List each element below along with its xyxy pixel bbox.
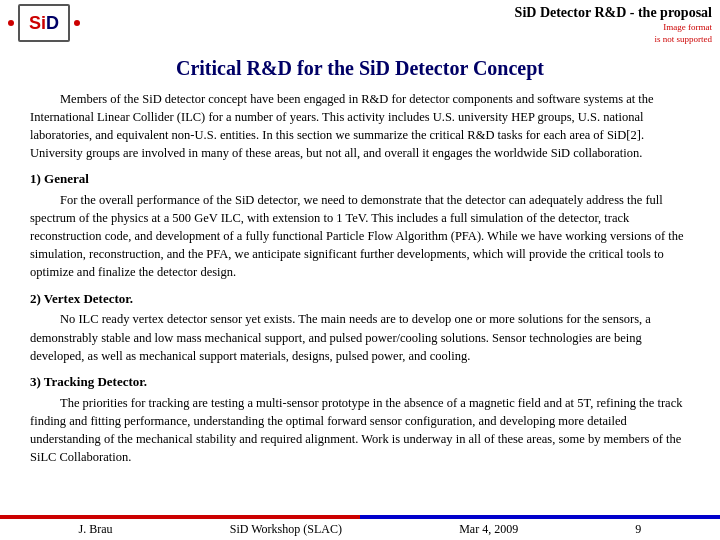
footer-page: 9 (635, 522, 641, 537)
section-2-heading: 2) Vertex Detector. (30, 290, 690, 309)
logo-text-si: Si (29, 14, 46, 32)
page-heading: Critical R&D for the SiD Detector Concep… (0, 48, 720, 86)
footer-author: J. Brau (79, 522, 113, 537)
section-3: 3) Tracking Detector. The priorities for… (30, 373, 690, 466)
section-3-heading: 3) Tracking Detector. (30, 373, 690, 392)
logo-text-d: D (46, 13, 59, 34)
section-1-text: For the overall performance of the SiD d… (30, 191, 690, 282)
pict-notice: Image formatis not supported (515, 22, 712, 45)
section-2-text: No ILC ready vertex detector sensor yet … (30, 310, 690, 364)
footer-venue: SiD Workshop (SLAC) (230, 522, 342, 537)
header-title: SiD Detector R&D - the proposal (515, 4, 712, 22)
footer-bar: J. Brau SiD Workshop (SLAC) Mar 4, 2009 … (0, 515, 720, 540)
section-3-text: The priorities for tracking are testing … (30, 394, 690, 467)
footer-date: Mar 4, 2009 (459, 522, 518, 537)
logo-dot-left (8, 20, 14, 26)
logo: Si D (18, 4, 70, 42)
footer-content: J. Brau SiD Workshop (SLAC) Mar 4, 2009 … (0, 519, 720, 540)
logo-dot-right (74, 20, 80, 26)
intro-paragraph: Members of the SiD detector concept have… (30, 90, 690, 163)
section-1-heading: 1) General (30, 170, 690, 189)
section-2: 2) Vertex Detector. No ILC ready vertex … (30, 290, 690, 365)
section-1: 1) General For the overall performance o… (30, 170, 690, 281)
